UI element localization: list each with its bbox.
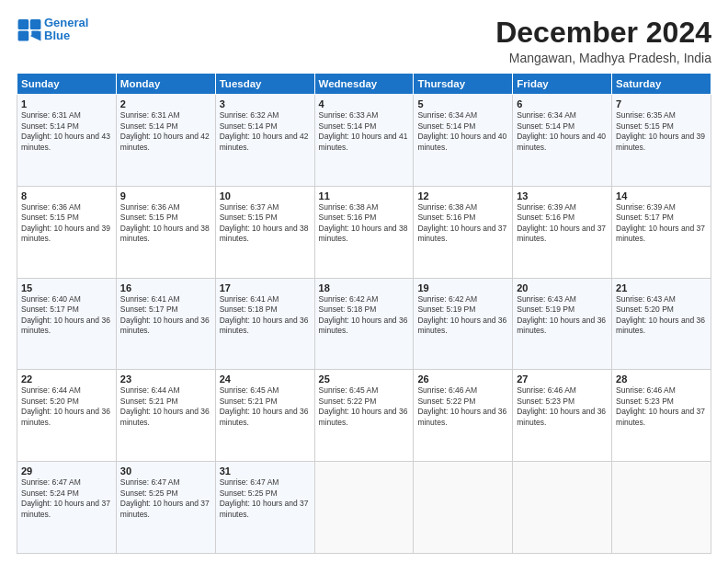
day-header-sunday: Sunday — [17, 74, 117, 95]
day-header-monday: Monday — [116, 74, 215, 95]
day-header-saturday: Saturday — [612, 74, 711, 95]
calendar-cell: 12 Sunrise: 6:38 AMSunset: 5:16 PMDaylig… — [414, 186, 513, 278]
day-info: Sunrise: 6:43 AMSunset: 5:19 PMDaylight:… — [517, 294, 608, 337]
calendar-cell: 6 Sunrise: 6:34 AMSunset: 5:14 PMDayligh… — [513, 95, 612, 187]
day-info: Sunrise: 6:33 AMSunset: 5:14 PMDaylight:… — [319, 110, 410, 153]
day-info: Sunrise: 6:42 AMSunset: 5:18 PMDaylight:… — [319, 294, 410, 337]
day-info: Sunrise: 6:34 AMSunset: 5:14 PMDaylight:… — [417, 110, 508, 153]
day-number: 24 — [220, 373, 311, 385]
calendar-cell: 5 Sunrise: 6:34 AMSunset: 5:14 PMDayligh… — [414, 95, 513, 187]
calendar-cell: 27 Sunrise: 6:46 AMSunset: 5:23 PMDaylig… — [513, 370, 612, 462]
day-info: Sunrise: 6:38 AMSunset: 5:16 PMDaylight:… — [319, 202, 410, 245]
main-title: December 2024 — [495, 17, 711, 49]
calendar-cell: 25 Sunrise: 6:45 AMSunset: 5:22 PMDaylig… — [314, 370, 414, 462]
day-number: 16 — [120, 282, 211, 293]
calendar-cell: 31 Sunrise: 6:47 AMSunset: 5:25 PMDaylig… — [215, 462, 314, 554]
day-info: Sunrise: 6:39 AMSunset: 5:16 PMDaylight:… — [517, 202, 608, 245]
day-number: 13 — [517, 190, 608, 201]
day-number: 1 — [21, 98, 112, 109]
page: General Blue December 2024 Mangawan, Mad… — [0, 0, 728, 563]
day-info: Sunrise: 6:42 AMSunset: 5:19 PMDaylight:… — [417, 294, 508, 337]
calendar-cell: 3 Sunrise: 6:32 AMSunset: 5:14 PMDayligh… — [215, 95, 314, 187]
day-info: Sunrise: 6:40 AMSunset: 5:17 PMDaylight:… — [21, 294, 112, 337]
day-info: Sunrise: 6:45 AMSunset: 5:22 PMDaylight:… — [319, 385, 410, 428]
day-info: Sunrise: 6:47 AMSunset: 5:25 PMDaylight:… — [220, 477, 311, 520]
calendar-cell: 19 Sunrise: 6:42 AMSunset: 5:19 PMDaylig… — [414, 278, 513, 370]
day-info: Sunrise: 6:46 AMSunset: 5:22 PMDaylight:… — [417, 385, 508, 428]
day-info: Sunrise: 6:32 AMSunset: 5:14 PMDaylight:… — [220, 110, 311, 153]
logo: General Blue — [17, 17, 88, 43]
day-info: Sunrise: 6:47 AMSunset: 5:25 PMDaylight:… — [120, 477, 211, 520]
calendar-cell: 9 Sunrise: 6:36 AMSunset: 5:15 PMDayligh… — [116, 186, 215, 278]
calendar-cell: 30 Sunrise: 6:47 AMSunset: 5:25 PMDaylig… — [116, 462, 215, 554]
day-info: Sunrise: 6:44 AMSunset: 5:20 PMDaylight:… — [21, 385, 112, 428]
day-number: 21 — [616, 282, 707, 293]
calendar-cell: 23 Sunrise: 6:44 AMSunset: 5:21 PMDaylig… — [116, 370, 215, 462]
day-info: Sunrise: 6:41 AMSunset: 5:17 PMDaylight:… — [120, 294, 211, 337]
calendar-cell: 7 Sunrise: 6:35 AMSunset: 5:15 PMDayligh… — [612, 95, 711, 187]
calendar-cell: 15 Sunrise: 6:40 AMSunset: 5:17 PMDaylig… — [17, 278, 117, 370]
calendar-cell: 11 Sunrise: 6:38 AMSunset: 5:16 PMDaylig… — [314, 186, 414, 278]
day-header-thursday: Thursday — [414, 74, 513, 95]
calendar-cell: 13 Sunrise: 6:39 AMSunset: 5:16 PMDaylig… — [513, 186, 612, 278]
calendar-cell: 18 Sunrise: 6:42 AMSunset: 5:18 PMDaylig… — [314, 278, 414, 370]
day-number: 17 — [220, 282, 311, 293]
logo-icon — [17, 17, 42, 42]
day-number: 15 — [21, 282, 112, 293]
calendar-header-row: SundayMondayTuesdayWednesdayThursdayFrid… — [17, 74, 711, 95]
day-number: 12 — [417, 190, 508, 201]
day-number: 9 — [120, 190, 211, 201]
day-info: Sunrise: 6:46 AMSunset: 5:23 PMDaylight:… — [616, 385, 707, 428]
day-info: Sunrise: 6:36 AMSunset: 5:15 PMDaylight:… — [21, 202, 112, 245]
calendar-cell — [513, 462, 612, 554]
day-info: Sunrise: 6:44 AMSunset: 5:21 PMDaylight:… — [120, 385, 211, 428]
calendar-cell: 16 Sunrise: 6:41 AMSunset: 5:17 PMDaylig… — [116, 278, 215, 370]
calendar-cell: 17 Sunrise: 6:41 AMSunset: 5:18 PMDaylig… — [215, 278, 314, 370]
day-number: 5 — [417, 98, 508, 109]
day-number: 3 — [220, 98, 311, 109]
day-number: 30 — [120, 465, 211, 477]
day-info: Sunrise: 6:45 AMSunset: 5:21 PMDaylight:… — [220, 385, 311, 428]
day-info: Sunrise: 6:36 AMSunset: 5:15 PMDaylight:… — [120, 202, 211, 245]
calendar-cell: 2 Sunrise: 6:31 AMSunset: 5:14 PMDayligh… — [116, 95, 215, 187]
calendar-cell: 1 Sunrise: 6:31 AMSunset: 5:14 PMDayligh… — [17, 95, 117, 187]
calendar-cell: 10 Sunrise: 6:37 AMSunset: 5:15 PMDaylig… — [215, 186, 314, 278]
day-info: Sunrise: 6:31 AMSunset: 5:14 PMDaylight:… — [21, 110, 112, 153]
day-number: 8 — [21, 190, 112, 201]
calendar-cell: 14 Sunrise: 6:39 AMSunset: 5:17 PMDaylig… — [612, 186, 711, 278]
calendar-cell: 28 Sunrise: 6:46 AMSunset: 5:23 PMDaylig… — [612, 370, 711, 462]
day-number: 23 — [120, 373, 211, 385]
day-info: Sunrise: 6:46 AMSunset: 5:23 PMDaylight:… — [517, 385, 608, 428]
day-number: 28 — [616, 373, 707, 385]
calendar-cell — [414, 462, 513, 554]
day-number: 29 — [21, 465, 112, 477]
day-info: Sunrise: 6:31 AMSunset: 5:14 PMDaylight:… — [120, 110, 211, 153]
day-number: 7 — [616, 98, 707, 109]
title-block: December 2024 Mangawan, Madhya Pradesh, … — [495, 17, 711, 65]
calendar-cell: 29 Sunrise: 6:47 AMSunset: 5:24 PMDaylig… — [17, 462, 117, 554]
day-info: Sunrise: 6:39 AMSunset: 5:17 PMDaylight:… — [616, 202, 707, 245]
day-number: 4 — [319, 98, 410, 109]
day-number: 20 — [517, 282, 608, 293]
day-number: 11 — [319, 190, 410, 201]
day-info: Sunrise: 6:37 AMSunset: 5:15 PMDaylight:… — [220, 202, 311, 245]
calendar-week-5: 29 Sunrise: 6:47 AMSunset: 5:24 PMDaylig… — [17, 462, 711, 554]
day-header-tuesday: Tuesday — [215, 74, 314, 95]
calendar-week-3: 15 Sunrise: 6:40 AMSunset: 5:17 PMDaylig… — [17, 278, 711, 370]
header: General Blue December 2024 Mangawan, Mad… — [17, 17, 711, 65]
logo-text: General Blue — [44, 17, 88, 43]
calendar-cell: 20 Sunrise: 6:43 AMSunset: 5:19 PMDaylig… — [513, 278, 612, 370]
calendar-cell: 21 Sunrise: 6:43 AMSunset: 5:20 PMDaylig… — [612, 278, 711, 370]
calendar-cell: 4 Sunrise: 6:33 AMSunset: 5:14 PMDayligh… — [314, 95, 414, 187]
calendar-cell — [314, 462, 414, 554]
day-number: 18 — [319, 282, 410, 293]
day-number: 26 — [417, 373, 508, 385]
day-info: Sunrise: 6:34 AMSunset: 5:14 PMDaylight:… — [517, 110, 608, 153]
day-number: 14 — [616, 190, 707, 201]
day-number: 27 — [517, 373, 608, 385]
day-number: 6 — [517, 98, 608, 109]
day-info: Sunrise: 6:35 AMSunset: 5:15 PMDaylight:… — [616, 110, 707, 153]
calendar-cell: 22 Sunrise: 6:44 AMSunset: 5:20 PMDaylig… — [17, 370, 117, 462]
calendar-week-1: 1 Sunrise: 6:31 AMSunset: 5:14 PMDayligh… — [17, 95, 711, 187]
day-number: 22 — [21, 373, 112, 385]
